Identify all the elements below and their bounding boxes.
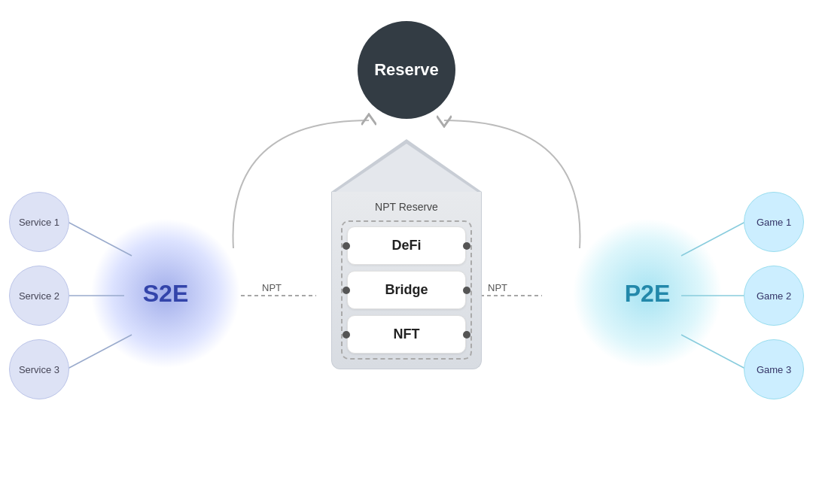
nft-dot-left xyxy=(343,331,350,339)
game-3-node: Game 3 xyxy=(744,339,804,399)
p2e-node: P2E xyxy=(572,218,723,369)
bridge-card: Bridge xyxy=(347,271,466,309)
bridge-label: Bridge xyxy=(385,282,428,297)
game-1-label: Game 1 xyxy=(757,217,791,228)
service-3-node: Service 3 xyxy=(9,339,69,399)
service-3-label: Service 3 xyxy=(19,364,59,375)
nft-dot-right xyxy=(463,331,470,339)
nft-label: NFT xyxy=(394,326,420,342)
defi-dot-right xyxy=(463,242,470,250)
cards-wrapper: DeFi Bridge NFT xyxy=(341,220,472,360)
service-1-node: Service 1 xyxy=(9,192,69,252)
building-roof xyxy=(331,139,482,192)
reserve-label: Reserve xyxy=(374,60,439,80)
s2e-node: S2E xyxy=(90,218,241,369)
npt-reserve-label: NPT Reserve xyxy=(341,201,472,213)
game-2-node: Game 2 xyxy=(744,266,804,326)
center-building: NPT Reserve DeFi Bridge NFT xyxy=(331,139,482,369)
building-body: NPT Reserve DeFi Bridge NFT xyxy=(331,192,482,369)
npt-right-label: NPT xyxy=(488,282,507,293)
game-3-label: Game 3 xyxy=(757,364,791,375)
s2e-label: S2E xyxy=(143,280,188,308)
game-2-label: Game 2 xyxy=(757,290,791,302)
game-1-node: Game 1 xyxy=(744,192,804,252)
bridge-dot-right xyxy=(463,287,470,294)
service-2-label: Service 2 xyxy=(19,290,59,302)
defi-label: DeFi xyxy=(391,238,421,253)
nft-card: NFT xyxy=(347,315,466,354)
defi-card: DeFi xyxy=(347,226,466,265)
diagram-container: Reserve NPT Reserve DeFi Bridge xyxy=(0,0,813,504)
defi-dot-left xyxy=(343,242,350,250)
reserve-node: Reserve xyxy=(358,21,455,119)
p2e-label: P2E xyxy=(625,280,670,308)
bridge-dot-left xyxy=(343,287,350,294)
service-2-node: Service 2 xyxy=(9,266,69,326)
service-1-label: Service 1 xyxy=(19,217,59,228)
npt-left-label: NPT xyxy=(262,282,282,293)
